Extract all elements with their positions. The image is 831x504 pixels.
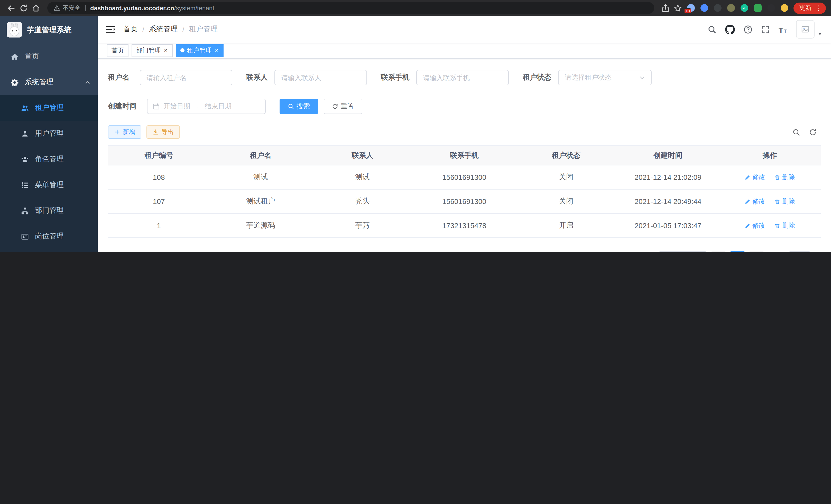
table-toolbar-right — [793, 128, 821, 136]
refresh-table-icon[interactable] — [809, 128, 816, 136]
filter-label-tenant-name: 租户名 — [108, 73, 140, 82]
update-label: 更新 — [799, 4, 811, 12]
create-time-range-picker[interactable]: 开始日期 - 结束日期 — [147, 99, 266, 114]
goto-page-input[interactable] — [789, 251, 810, 252]
caret-down-icon — [817, 31, 823, 36]
fullscreen-icon[interactable] — [761, 25, 770, 34]
back-button[interactable] — [5, 2, 18, 14]
font-size-icon[interactable]: TT — [779, 25, 787, 34]
chevron-up-icon — [85, 79, 90, 85]
update-button[interactable]: 更新 ⋮ — [794, 2, 826, 13]
close-icon[interactable]: × — [164, 47, 168, 53]
export-button[interactable]: 导出 — [146, 125, 180, 139]
reset-button[interactable]: 重置 — [324, 99, 362, 114]
extension-blue[interactable] — [700, 4, 708, 12]
reload-button[interactable] — [18, 2, 30, 14]
tab-item[interactable]: 租户管理 × — [176, 44, 224, 57]
sidebar-item-1[interactable]: 系统管理 — [0, 69, 98, 95]
user-avatar[interactable] — [796, 20, 823, 38]
extension-grid[interactable]: 10 — [687, 4, 695, 12]
browser-menu-kebab-icon[interactable]: ⋮ — [814, 5, 823, 11]
sidebar-item-0[interactable]: 首页 — [0, 44, 98, 69]
cell-actions: 修改 删除 — [719, 213, 821, 238]
sidebar-item-5[interactable]: 菜单管理 — [0, 172, 98, 198]
home-button[interactable] — [30, 2, 42, 14]
next-page-button[interactable] — [749, 251, 764, 252]
sidebar-item-4[interactable]: 角色管理 — [0, 146, 98, 172]
extension-glyph — [714, 4, 721, 12]
github-icon[interactable] — [725, 24, 735, 34]
header-search-icon[interactable] — [708, 25, 716, 34]
tab-label: 首页 — [112, 46, 124, 55]
active-tab-dot — [180, 48, 184, 52]
edit-button[interactable]: 修改 — [745, 221, 765, 230]
search-button[interactable]: 搜索 — [280, 99, 318, 114]
sidebar-item-label: 用户管理 — [35, 129, 64, 138]
delete-button[interactable]: 删除 — [774, 173, 795, 182]
tenant-status-select[interactable]: 请选择租户状态 — [558, 70, 652, 85]
delete-button[interactable]: 删除 — [774, 197, 795, 206]
table-row: 108 测试 测试 15601691300 关闭 2021-12-14 21:0… — [108, 165, 821, 189]
tenant-name-input[interactable] — [140, 70, 232, 85]
table-toolbar: 新增 导出 — [108, 125, 821, 139]
breadcrumb-item[interactable]: 系统管理 — [149, 25, 178, 34]
close-icon[interactable]: × — [214, 47, 219, 53]
cell-phone: 15601691300 — [413, 189, 515, 213]
extension-glyph — [781, 4, 789, 12]
cell-tenant-id: 1 — [108, 213, 210, 238]
tab-item[interactable]: 首页 — [107, 44, 128, 57]
tab-item[interactable]: 部门管理 × — [132, 44, 173, 57]
sidebar-item-6[interactable]: 部门管理 — [0, 198, 98, 224]
sidebar: 芋道管理系统 首页 系统管理 租户管理 用户管理 角色管理 菜单管理 部门管理 … — [0, 16, 98, 252]
table-row: 1 芋道源码 芋艿 17321315478 开启 2021-01-05 17:0… — [108, 213, 821, 238]
column-header: 租户名 — [210, 146, 311, 165]
extension-green-check[interactable]: ✓ — [741, 4, 748, 12]
refresh-icon — [332, 103, 338, 110]
sidebar-item-2[interactable]: 租户管理 — [0, 95, 98, 121]
extension-glyph — [767, 4, 775, 12]
toggle-search-icon[interactable] — [793, 128, 800, 136]
sidebar-item-label: 角色管理 — [35, 155, 64, 164]
contact-input[interactable] — [275, 70, 367, 85]
app-title: 芋道管理系统 — [27, 25, 71, 35]
add-button[interactable]: 新增 — [108, 125, 141, 139]
extension-glyph — [700, 4, 708, 12]
goto-page: 前往 页 — [772, 251, 821, 252]
dept-tree-icon — [21, 207, 29, 214]
table-row: 107 测试租户 秃头 15601691300 关闭 2021-12-14 20… — [108, 189, 821, 213]
sidebar-item-3[interactable]: 用户管理 — [0, 121, 98, 146]
post-badge-icon — [21, 233, 29, 240]
edit-button[interactable]: 修改 — [745, 173, 765, 182]
prev-page-button[interactable] — [711, 251, 726, 252]
logo[interactable]: 芋道管理系统 — [0, 16, 98, 44]
sidebar-item-label: 部门管理 — [35, 206, 64, 215]
page-1-button[interactable]: 1 — [730, 251, 745, 252]
help-icon[interactable] — [744, 25, 752, 34]
share-icon[interactable] — [659, 2, 672, 14]
edit-button[interactable]: 修改 — [745, 197, 765, 206]
export-button-label: 导出 — [161, 128, 174, 137]
breadcrumb: 首页/系统管理/租户管理 — [123, 25, 218, 34]
cell-contact: 秃头 — [312, 189, 413, 213]
roles-icon — [21, 155, 29, 163]
extension-avatar[interactable] — [781, 4, 789, 12]
hamburger-icon[interactable] — [106, 25, 116, 33]
phone-input[interactable] — [416, 70, 509, 85]
address-bar[interactable]: 不安全 dashboard.yudao.iocoder.cn/system/te… — [47, 2, 654, 14]
date-range-separator: - — [196, 102, 199, 110]
extension-olive[interactable] — [727, 4, 735, 12]
security-label[interactable]: 不安全 — [63, 4, 80, 12]
bookmark-star-icon[interactable] — [672, 2, 684, 14]
sidebar-item-7[interactable]: 岗位管理 — [0, 224, 98, 249]
extension-dark-circle[interactable] — [714, 4, 721, 12]
cell-created: 2021-01-05 17:03:47 — [617, 213, 719, 238]
extension-green-square[interactable] — [754, 4, 762, 12]
delete-button[interactable]: 删除 — [774, 221, 795, 230]
breadcrumb-item[interactable]: 首页 — [123, 25, 138, 34]
sidebar-item-8[interactable]: 字典管理 — [0, 249, 98, 252]
column-header: 租户编号 — [108, 146, 210, 165]
extension-glyph: ✓ — [741, 4, 748, 12]
page-size-select[interactable]: 10条/页 — [659, 251, 707, 252]
extension-black[interactable] — [767, 4, 775, 12]
filter-label-create-time: 创建时间 — [108, 102, 147, 111]
